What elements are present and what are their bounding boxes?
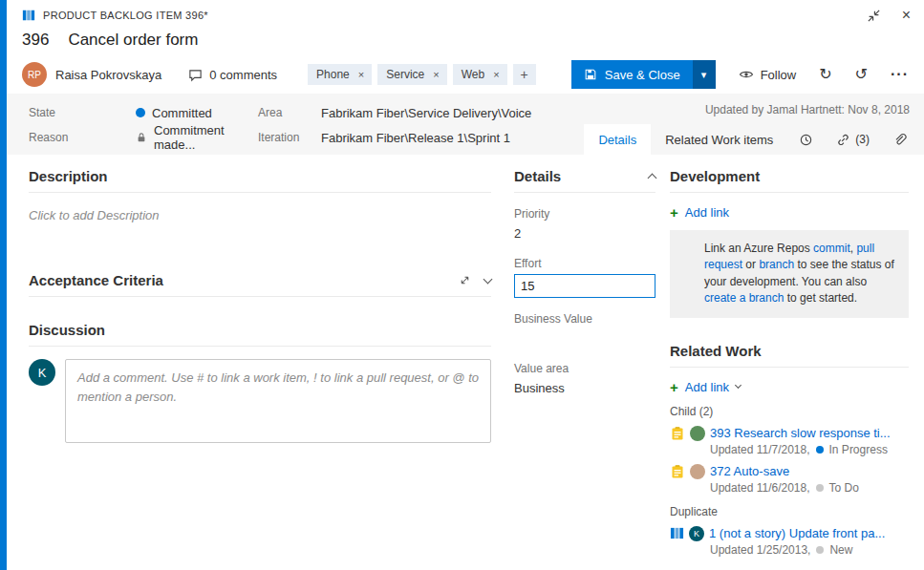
tab-related-work-items[interactable]: Related Work items <box>651 124 787 155</box>
info-text: Link an Azure Repos <box>704 242 813 255</box>
work-item-link[interactable]: 1 (not a story) Update front pa... <box>709 526 909 540</box>
tag-phone[interactable]: Phone × <box>308 64 372 85</box>
close-icon[interactable]: × <box>902 8 911 23</box>
reason-field: Commitment made... <box>136 123 258 152</box>
add-tag-button[interactable]: + <box>513 64 536 85</box>
iteration-value[interactable]: Fabrikam Fiber\Release 1\Sprint 1 <box>321 131 531 145</box>
expand-editor-icon[interactable] <box>459 274 471 286</box>
tag-label: Web <box>462 68 484 81</box>
value-area-label: Value area <box>514 362 655 375</box>
collapse-section-icon[interactable] <box>483 274 493 284</box>
assignee-name[interactable]: Raisa Pokrovskaya <box>55 68 161 82</box>
product-backlog-item-icon <box>22 9 35 22</box>
area-label: Area <box>258 106 321 119</box>
development-info-box: Link an Azure Repos commit, pull request… <box>670 230 909 318</box>
comment-input[interactable]: Add a comment. Use # to link a work item… <box>65 359 491 443</box>
business-value-label: Business Value <box>514 312 655 326</box>
follow-eye-icon <box>739 67 754 82</box>
right-column: Development + Add link Link an Azure Rep… <box>670 168 909 557</box>
links-icon[interactable]: (3) <box>825 124 881 155</box>
work-item-updated: Updated 1/25/2013, <box>710 543 810 557</box>
undo-icon[interactable]: ↺ <box>855 67 868 82</box>
refresh-icon[interactable]: ↻ <box>819 67 831 82</box>
tag-list: Phone × Service × Web × + <box>308 64 536 85</box>
commit-link[interactable]: commit <box>813 242 850 255</box>
effort-label: Effort <box>514 257 655 270</box>
remove-tag-icon[interactable]: × <box>487 69 505 80</box>
area-value[interactable]: Fabrikam Fiber\Service Delivery\Voice <box>321 106 531 120</box>
work-item-updated: Updated 11/7/2018, <box>710 443 810 456</box>
work-item-avatar <box>690 426 705 441</box>
priority-field: Priority 2 <box>514 207 655 243</box>
save-options-dropdown[interactable]: ▾ <box>693 60 716 89</box>
business-value-field: Business Value <box>514 312 655 348</box>
priority-value[interactable]: 2 <box>514 226 655 243</box>
discussion-heading: Discussion <box>29 322 491 347</box>
attachments-icon[interactable] <box>881 124 918 155</box>
state-value: Committed <box>152 106 212 120</box>
tag-service[interactable]: Service × <box>377 64 446 85</box>
follow-button[interactable]: Follow <box>739 67 797 82</box>
details-panel-label: Details <box>514 168 561 184</box>
links-count: (3) <box>855 133 870 146</box>
value-area-value[interactable]: Business <box>514 381 655 397</box>
collapse-details-icon[interactable] <box>648 174 657 183</box>
system-fields: State Committed Area Fabrikam Fiber\Serv… <box>29 100 531 150</box>
related-work-heading: Related Work <box>670 343 909 368</box>
development-heading-label: Development <box>670 168 760 184</box>
work-item-status: To Do <box>829 481 859 495</box>
work-item-title-row: 396 Cancel order form <box>7 27 924 55</box>
history-icon[interactable] <box>787 124 825 155</box>
status-dot-icon <box>816 484 824 492</box>
work-item-avatar: K <box>689 526 704 541</box>
remove-tag-icon[interactable]: × <box>427 69 444 80</box>
value-area-field: Value area Business <box>514 362 655 397</box>
work-item-id: 396 <box>22 31 49 50</box>
state-dot-icon <box>136 108 145 117</box>
related-work-add-link[interactable]: + Add link <box>670 380 909 394</box>
left-column: Description Click to add Description Acc… <box>29 168 491 557</box>
create-branch-link[interactable]: create a branch <box>704 291 784 305</box>
add-link-label[interactable]: Add link <box>685 205 729 220</box>
tag-label: Phone <box>316 68 350 81</box>
add-link-dropdown-icon[interactable] <box>735 382 741 389</box>
tag-web[interactable]: Web × <box>453 64 507 85</box>
related-work-item: 372 Auto-save Updated 11/6/2018, To Do <box>670 464 909 495</box>
work-item-type-label: PRODUCT BACKLOG ITEM 396* <box>43 10 208 21</box>
description-editor[interactable]: Click to add Description <box>29 208 491 222</box>
tab-details[interactable]: Details <box>584 124 651 155</box>
priority-label: Priority <box>514 207 655 221</box>
work-item-link[interactable]: 372 Auto-save <box>710 464 909 478</box>
branch-link[interactable]: branch <box>759 258 794 271</box>
product-backlog-item-icon <box>670 526 684 540</box>
plus-icon: + <box>670 205 678 220</box>
development-add-link[interactable]: + Add link <box>670 205 909 220</box>
discussion-editor-row: K Add a comment. Use # to link a work it… <box>29 359 491 443</box>
state-field[interactable]: Committed <box>136 106 258 120</box>
description-heading-label: Description <box>29 168 108 184</box>
status-dot-icon <box>816 446 824 454</box>
acceptance-criteria-label: Acceptance Criteria <box>29 272 163 288</box>
save-button-label: Save & Close <box>605 68 680 82</box>
save-and-close-button[interactable]: Save & Close <box>571 60 693 89</box>
comments-button[interactable]: 0 comments <box>188 68 277 82</box>
assignee-avatar[interactable]: RP <box>22 62 47 87</box>
business-value-value[interactable] <box>514 331 655 348</box>
remove-tag-icon[interactable]: × <box>353 69 370 80</box>
comments-count: 0 comments <box>209 68 277 82</box>
link-group-duplicate: Duplicate <box>670 505 909 518</box>
current-user-avatar: K <box>29 359 55 386</box>
restore-window-icon[interactable] <box>867 9 881 23</box>
add-link-label[interactable]: Add link <box>685 380 729 394</box>
save-split-button: Save & Close ▾ <box>571 60 716 89</box>
work-item-title[interactable]: Cancel order form <box>68 31 198 50</box>
reason-label: Reason <box>29 131 136 144</box>
link-group-child: Child (2) <box>670 405 909 418</box>
save-icon <box>584 68 597 81</box>
more-options-icon[interactable]: ··· <box>891 67 909 82</box>
effort-input[interactable] <box>514 274 655 298</box>
work-item-link[interactable]: 393 Research slow response ti... <box>710 426 909 440</box>
task-icon <box>670 426 685 441</box>
related-work-item: K 1 (not a story) Update front pa... Upd… <box>670 526 909 557</box>
lock-icon <box>136 132 147 143</box>
